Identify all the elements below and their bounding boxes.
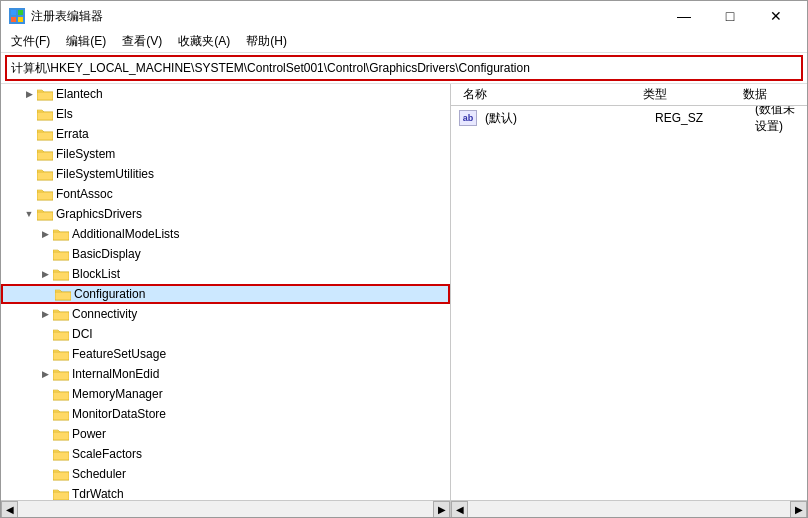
right-hscroll-left-btn[interactable]: ◀ — [451, 501, 468, 518]
col-header-type: 类型 — [639, 86, 739, 103]
svg-rect-5 — [37, 92, 53, 100]
tree-item-graphicsdrivers[interactable]: ▼ GraphicsDrivers — [1, 204, 450, 224]
svg-rect-45 — [53, 492, 69, 500]
minimize-button[interactable]: — — [661, 1, 707, 31]
tree-item-errata[interactable]: Errata — [1, 124, 450, 144]
tree-view[interactable]: ▶ Elantech Els — [1, 84, 450, 500]
svg-rect-15 — [37, 192, 53, 200]
maximize-button[interactable]: □ — [707, 1, 753, 31]
menu-favorites[interactable]: 收藏夹(A) — [170, 31, 238, 52]
right-panel-hscroll[interactable]: ◀ ▶ — [451, 500, 807, 517]
folder-icon-connectivity — [53, 307, 69, 321]
tree-item-power[interactable]: Power — [1, 424, 450, 444]
expander-errata — [21, 126, 37, 142]
tree-item-filesystemutilities[interactable]: FileSystemUtilities — [1, 164, 450, 184]
svg-rect-13 — [37, 172, 53, 180]
tree-label-blocklist: BlockList — [72, 267, 120, 281]
folder-icon-additionalmodelists — [53, 227, 69, 241]
tree-item-fontassoc[interactable]: FontAssoc — [1, 184, 450, 204]
window-controls: — □ ✕ — [661, 1, 799, 31]
title-bar: 注册表编辑器 — □ ✕ — [1, 1, 807, 31]
tree-item-tdrwatch[interactable]: TdrWatch — [1, 484, 450, 500]
tree-item-configuration[interactable]: Configuration — [1, 284, 450, 304]
folder-icon-dci — [53, 327, 69, 341]
folder-icon-graphicsdrivers — [37, 207, 53, 221]
tree-label-power: Power — [72, 427, 106, 441]
svg-rect-7 — [37, 112, 53, 120]
tree-item-basicdisplay[interactable]: BasicDisplay — [1, 244, 450, 264]
tree-item-dci[interactable]: DCI — [1, 324, 450, 344]
left-panel-hscroll[interactable]: ◀ ▶ — [1, 500, 450, 517]
expander-memorymanager — [37, 386, 53, 402]
expander-configuration — [39, 286, 55, 302]
hscroll-left-btn[interactable]: ◀ — [1, 501, 18, 518]
tree-label-connectivity: Connectivity — [72, 307, 137, 321]
folder-icon-basicdisplay — [53, 247, 69, 261]
svg-rect-39 — [53, 432, 69, 440]
tree-item-memorymanager[interactable]: MemoryManager — [1, 384, 450, 404]
close-button[interactable]: ✕ — [753, 1, 799, 31]
menu-bar: 文件(F) 编辑(E) 查看(V) 收藏夹(A) 帮助(H) — [1, 31, 807, 53]
expander-dci — [37, 326, 53, 342]
folder-icon-filesystem — [37, 147, 53, 161]
expander-scheduler — [37, 466, 53, 482]
tree-label-filesystem: FileSystem — [56, 147, 115, 161]
tree-label-internalmonedid: InternalMonEdid — [72, 367, 159, 381]
svg-rect-3 — [18, 17, 23, 22]
svg-rect-2 — [11, 17, 16, 22]
address-bar[interactable]: 计算机\HKEY_LOCAL_MACHINE\SYSTEM\ControlSet… — [5, 55, 803, 81]
expander-elantech[interactable]: ▶ — [21, 86, 37, 102]
col-header-data: 数据 — [739, 86, 807, 103]
reg-value-icon: ab — [459, 110, 477, 126]
tree-label-graphicsdrivers: GraphicsDrivers — [56, 207, 142, 221]
expander-filesystem — [21, 146, 37, 162]
tree-item-scalefactors[interactable]: ScaleFactors — [1, 444, 450, 464]
expander-additionalmodelists[interactable]: ▶ — [37, 226, 53, 242]
tree-item-els[interactable]: Els — [1, 104, 450, 124]
reg-value-name: (默认) — [481, 110, 651, 127]
expander-blocklist[interactable]: ▶ — [37, 266, 53, 282]
expander-internalmonedid[interactable]: ▶ — [37, 366, 53, 382]
tree-item-monitordatastore[interactable]: MonitorDataStore — [1, 404, 450, 424]
folder-icon-memorymanager — [53, 387, 69, 401]
tree-item-blocklist[interactable]: ▶ BlockList — [1, 264, 450, 284]
tree-item-additionalmodelists[interactable]: ▶ AdditionalModeLists — [1, 224, 450, 244]
right-hscroll-track[interactable] — [468, 501, 790, 518]
tree-label-additionalmodelists: AdditionalModeLists — [72, 227, 179, 241]
svg-rect-29 — [53, 332, 69, 340]
tree-item-connectivity[interactable]: ▶ Connectivity — [1, 304, 450, 324]
right-hscroll-right-btn[interactable]: ▶ — [790, 501, 807, 518]
tree-label-basicdisplay: BasicDisplay — [72, 247, 141, 261]
tree-label-featuresetusage: FeatureSetUsage — [72, 347, 166, 361]
svg-rect-9 — [37, 132, 53, 140]
expander-graphicsdrivers[interactable]: ▼ — [21, 206, 37, 222]
expander-connectivity[interactable]: ▶ — [37, 306, 53, 322]
tree-item-elantech[interactable]: ▶ Elantech — [1, 84, 450, 104]
right-panel-content[interactable]: ab (默认) REG_SZ (数值未设置) — [451, 106, 807, 500]
reg-row-default[interactable]: ab (默认) REG_SZ (数值未设置) — [451, 108, 807, 128]
svg-rect-41 — [53, 452, 69, 460]
folder-icon-blocklist — [53, 267, 69, 281]
menu-help[interactable]: 帮助(H) — [238, 31, 295, 52]
tree-label-monitordatastore: MonitorDataStore — [72, 407, 166, 421]
folder-icon-errata — [37, 127, 53, 141]
hscroll-right-btn[interactable]: ▶ — [433, 501, 450, 518]
tree-label-fontassoc: FontAssoc — [56, 187, 113, 201]
tree-item-filesystem[interactable]: FileSystem — [1, 144, 450, 164]
svg-rect-19 — [53, 232, 69, 240]
menu-file[interactable]: 文件(F) — [3, 31, 58, 52]
tree-item-featuresetusage[interactable]: FeatureSetUsage — [1, 344, 450, 364]
svg-rect-25 — [55, 292, 71, 300]
tree-item-scheduler[interactable]: Scheduler — [1, 464, 450, 484]
hscroll-track[interactable] — [18, 501, 433, 518]
tree-label-scalefactors: ScaleFactors — [72, 447, 142, 461]
tree-label-elantech: Elantech — [56, 87, 103, 101]
tree-label-errata: Errata — [56, 127, 89, 141]
menu-view[interactable]: 查看(V) — [114, 31, 170, 52]
svg-rect-21 — [53, 252, 69, 260]
tree-item-internalmonedid[interactable]: ▶ InternalMonEdid — [1, 364, 450, 384]
main-content: ▶ Elantech Els — [1, 83, 807, 517]
menu-edit[interactable]: 编辑(E) — [58, 31, 114, 52]
right-panel: 名称 类型 数据 ab (默认) REG_SZ (数值未设置) ◀ ▶ — [451, 84, 807, 517]
folder-icon-scalefactors — [53, 447, 69, 461]
